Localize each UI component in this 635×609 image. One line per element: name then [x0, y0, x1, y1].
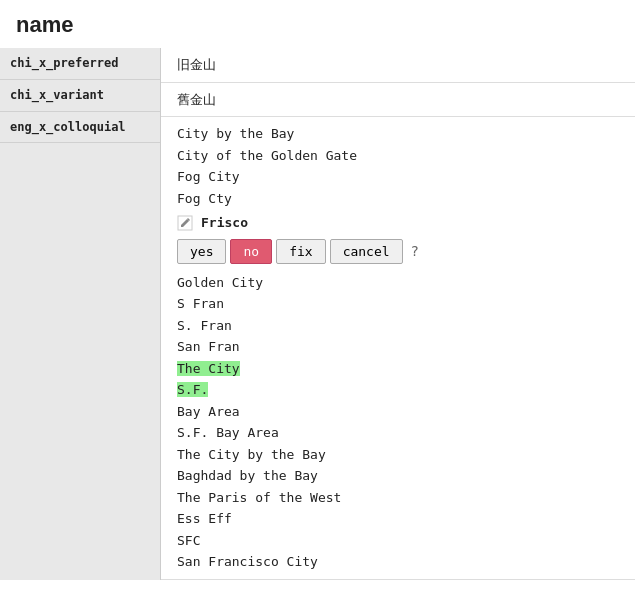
label-chi-x-variant: chi_x_variant: [0, 80, 160, 112]
label-eng-x-colloquial: eng_x_colloquial: [0, 112, 160, 143]
main-table: chi_x_preferred chi_x_variant eng_x_coll…: [0, 48, 635, 580]
edit-frisco-row: Frisco: [177, 213, 619, 233]
highlight-sf: S.F.: [177, 382, 208, 397]
value-chi-x-preferred: 旧金山: [161, 48, 635, 83]
action-buttons-row: yes no fix cancel ?: [177, 239, 619, 264]
value-chi-x-variant: 舊金山: [161, 83, 635, 118]
value-column: 旧金山 舊金山 City by the Bay City of the Gold…: [160, 48, 635, 580]
edit-pencil-icon: [177, 215, 193, 231]
fix-button[interactable]: fix: [276, 239, 325, 264]
yes-button[interactable]: yes: [177, 239, 226, 264]
page-title: name: [0, 0, 635, 48]
no-button[interactable]: no: [230, 239, 272, 264]
label-chi-x-preferred: chi_x_preferred: [0, 48, 160, 80]
value-eng-x-colloquial: City by the Bay City of the Golden Gate …: [161, 117, 635, 580]
frisco-label: Frisco: [201, 213, 248, 233]
label-column: chi_x_preferred chi_x_variant eng_x_coll…: [0, 48, 160, 580]
help-button[interactable]: ?: [407, 241, 423, 262]
highlight-the-city: The City: [177, 361, 240, 376]
cancel-button[interactable]: cancel: [330, 239, 403, 264]
